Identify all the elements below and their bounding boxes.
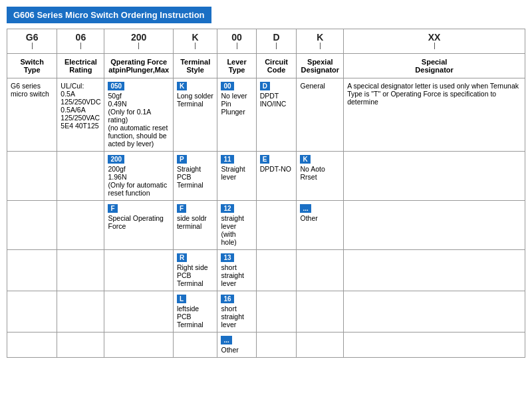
cell-terminal-p: P Straight PCBTerminal xyxy=(173,152,217,201)
header-lever-type: Lever Type xyxy=(217,54,256,78)
cell-spexial-general: General xyxy=(297,78,344,152)
cell-empty-3 xyxy=(344,152,525,201)
cell-force-f: F Special OperatingForce xyxy=(104,201,173,250)
code-row: G6 06 200 K 00 D K XX xyxy=(7,29,525,43)
cell-empty-2 xyxy=(57,152,104,201)
header-switch-type: SwitchType xyxy=(7,54,57,78)
data-row-6: ... Other xyxy=(7,332,525,358)
cell-circuit-d: D DPDTINO/INC xyxy=(256,78,297,152)
cell-lever-16: 16 short straightlever xyxy=(217,291,256,332)
code-k2: K xyxy=(297,29,344,43)
cell-elec-rating: UL/Cul:0.5A125/250VDC0.5A/6A125/250VAC5E… xyxy=(57,78,104,152)
cell-lever-00: 00 No leverPin Plunger xyxy=(217,78,256,152)
cell-lever-13: 13 short straightlever xyxy=(217,250,256,291)
cell-terminal-k: K Long solderTerminal xyxy=(173,78,217,152)
data-row-1: G6 series micro switch UL/Cul:0.5A125/25… xyxy=(7,78,525,152)
code-g6: G6 xyxy=(7,29,57,43)
header-spexial-designator: SpexialDesignator xyxy=(297,54,344,78)
header-terminal-style: Terminal Style xyxy=(173,54,217,78)
code-xx: XX xyxy=(344,29,525,43)
cell-terminal-l: L leftside PCBTerminal xyxy=(173,291,217,332)
data-row-5: L leftside PCBTerminal 16 short straight… xyxy=(7,291,525,332)
cell-lever-other: ... Other xyxy=(217,332,256,358)
cell-spexial-other: ... Other xyxy=(297,201,344,250)
code-06: 06 xyxy=(57,29,104,43)
cell-lever-12: 12 straight lever(with hole) xyxy=(217,201,256,250)
data-row-4: R Right side PCBTerminal 13 short straig… xyxy=(7,250,525,291)
cell-terminal-f: F side soldrterminal xyxy=(173,201,217,250)
cell-special-desc: A specical designator letter is used onl… xyxy=(344,78,525,152)
cell-switch-type: G6 series micro switch xyxy=(7,78,57,152)
cell-terminal-r: R Right side PCBTerminal xyxy=(173,250,217,291)
cell-spexial-k: K No Aoto Rrset xyxy=(297,152,344,201)
code-d: D xyxy=(256,29,297,43)
code-200: 200 xyxy=(104,29,173,43)
page-title: G606 Series Micro Switch Ordering Instru… xyxy=(7,7,211,23)
cell-empty-1 xyxy=(7,152,57,201)
header-row: SwitchType ElectricalRating Qperating Fo… xyxy=(7,54,525,78)
cell-force-200: 200 200gf1.96N(Only for automaticreset f… xyxy=(104,152,173,201)
header-circuit-code: Circuit Code xyxy=(256,54,297,78)
ordering-table: G6 06 200 K 00 D K XX SwitchType Electri… xyxy=(7,29,525,358)
cell-force-050: 050 50gf0.49N(Only for 0.1A rating)(no a… xyxy=(104,78,173,152)
cell-circuit-e: E DPDT-NO xyxy=(256,152,297,201)
cell-lever-11: 11 Straight lever xyxy=(217,152,256,201)
header-special-designator: SpecialDesignator xyxy=(344,54,525,78)
header-electrical-rating: ElectricalRating xyxy=(57,54,104,78)
connector-row xyxy=(7,43,525,54)
code-k1: K xyxy=(173,29,217,43)
code-00: 00 xyxy=(217,29,256,43)
data-row-2: 200 200gf1.96N(Only for automaticreset f… xyxy=(7,152,525,201)
data-row-3: F Special OperatingForce F side soldrter… xyxy=(7,201,525,250)
header-operating-force: Qperating ForceatpinPlunger,Max xyxy=(104,54,173,78)
